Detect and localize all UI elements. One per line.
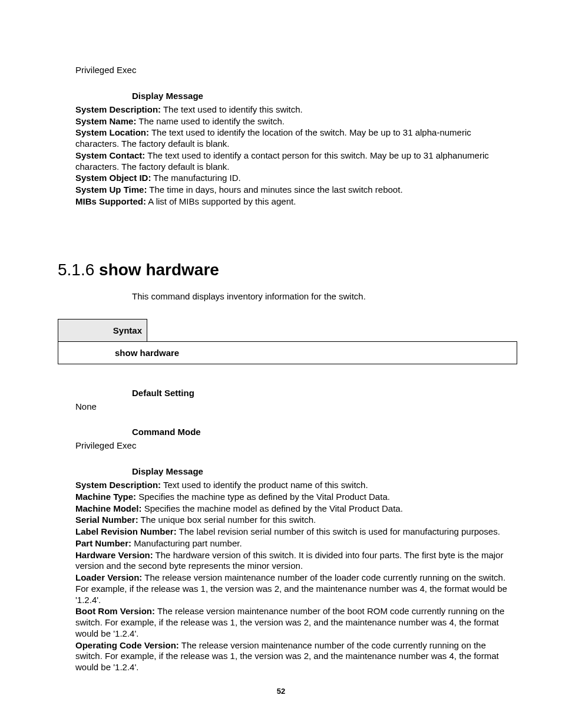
field-line: System Name: The name used to identify t… <box>75 116 515 127</box>
top-display-message-heading: Display Message <box>132 91 515 101</box>
syntax-label: Syntax <box>58 319 147 342</box>
field-label: System Name: <box>75 116 136 126</box>
field-line: Loader Version: The release version main… <box>75 572 515 605</box>
field-desc: The text used to identify this switch. <box>161 104 303 114</box>
field-label: Boot Rom Version: <box>75 606 155 616</box>
field-line: Label Revision Number: The label revisio… <box>75 526 515 538</box>
syntax-box: Syntax show hardware <box>58 319 517 364</box>
field-desc: The manufacturing ID. <box>151 173 240 183</box>
field-line: System Object ID: The manufacturing ID. <box>75 173 515 184</box>
field-label: System Description: <box>75 104 161 114</box>
section-number: 5.1.6 <box>58 261 99 279</box>
field-desc: Text used to identify the product name o… <box>161 480 368 490</box>
top-field-list: System Description: The text used to ide… <box>75 104 515 207</box>
command-mode-value: Privileged Exec <box>75 440 515 452</box>
field-desc: Specifies the machine type as defined by… <box>136 492 390 502</box>
field-label: Loader Version: <box>75 572 142 582</box>
field-label: Part Number: <box>75 538 131 548</box>
section-title: show hardware <box>99 261 219 279</box>
field-line: Boot Rom Version: The release version ma… <box>75 606 515 639</box>
field-label: System Object ID: <box>75 173 151 183</box>
field-desc: A list of MIBs supported by this agent. <box>146 196 296 206</box>
field-desc: The unique box serial number for this sw… <box>138 515 316 525</box>
field-label: MIBs Supported: <box>75 196 146 206</box>
field-label: System Description: <box>75 480 161 490</box>
syntax-command: show hardware <box>58 341 517 364</box>
field-line: Hardware Version: The hardware version o… <box>75 550 515 572</box>
field-desc: Specifies the machine model as defined b… <box>142 503 403 513</box>
field-label: System Up Time: <box>75 185 147 195</box>
field-line: System Description: The text used to ide… <box>75 104 515 116</box>
top-priv-exec: Privileged Exec <box>75 65 515 76</box>
section-intro: This command displays inventory informat… <box>132 291 515 301</box>
field-line: Machine Model: Specifies the machine mod… <box>75 503 515 515</box>
field-line: System Up Time: The time in days, hours … <box>75 185 515 196</box>
field-desc: The label revision serial number of this… <box>177 526 500 536</box>
field-label: Machine Type: <box>75 492 136 502</box>
field-line: Machine Type: Specifies the machine type… <box>75 492 515 503</box>
field-line: Part Number: Manufacturing part number. <box>75 538 515 549</box>
default-setting-heading: Default Setting <box>132 388 515 398</box>
field-desc: The time in days, hours and minutes sinc… <box>147 185 402 195</box>
field-line: Operating Code Version: The release vers… <box>75 640 515 673</box>
section-field-list: System Description: Text used to identif… <box>75 480 515 673</box>
section-heading: 5.1.6 show hardware <box>58 261 515 279</box>
default-setting-value: None <box>75 401 515 413</box>
field-desc: Manufacturing part number. <box>131 538 242 548</box>
field-line: System Contact: The text used to identif… <box>75 150 515 173</box>
field-line: MIBs Supported: A list of MIBs supported… <box>75 196 515 207</box>
field-desc: The name used to identify the switch. <box>136 116 285 126</box>
field-label: Serial Number: <box>75 515 138 525</box>
document-page: Privileged Exec Display Message System D… <box>0 0 562 728</box>
field-label: Hardware Version: <box>75 550 153 560</box>
field-label: System Location: <box>75 127 149 137</box>
field-label: Label Revision Number: <box>75 526 177 536</box>
field-label: Machine Model: <box>75 503 142 513</box>
display-message-heading: Display Message <box>132 466 515 476</box>
field-line: System Description: Text used to identif… <box>75 480 515 491</box>
command-mode-heading: Command Mode <box>132 427 515 437</box>
field-line: System Location: The text used to identi… <box>75 127 515 150</box>
field-label: System Contact: <box>75 150 145 160</box>
field-label: Operating Code Version: <box>75 640 179 650</box>
page-number: 52 <box>0 687 562 696</box>
field-line: Serial Number: The unique box serial num… <box>75 515 515 526</box>
